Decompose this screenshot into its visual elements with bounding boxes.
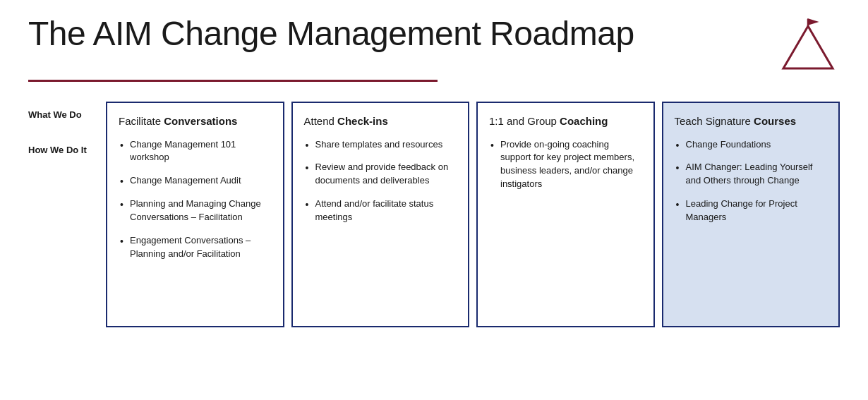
card-checkins: Attend Check-ins Share templates and res… [291,102,470,327]
what-we-do-label: What We Do [28,109,106,121]
card-coaching-title: 1:1 and Group Coaching [489,114,642,128]
list-item: Provide on-going coaching support for ke… [489,138,642,191]
card-conversations-title: Facilitate Conversations [119,114,272,128]
page-title: The AIM Change Management Roadmap [28,14,634,53]
card-coaching: 1:1 and Group Coaching Provide on-going … [476,102,655,327]
list-item: Attend and/or facilitate status meetings [304,198,457,224]
list-item: Change Management 101 workshop [119,138,272,165]
title-divider [28,80,438,82]
list-item: Change Foundations [675,138,828,152]
list-item: Review and provide feedback on documents… [304,161,457,188]
content-area: What We Do How We Do It Facilitate Conve… [28,102,840,327]
card-checkins-list: Share templates and resources Review and… [304,138,457,224]
header: The AIM Change Management Roadmap [28,14,840,74]
list-item: Engagement Conversations – Planning and/… [119,234,272,261]
card-conversations: Facilitate Conversations Change Manageme… [106,102,284,327]
how-we-do-it-label: How We Do It [28,144,106,157]
card-courses: Teach Signature Courses Change Foundatio… [662,102,840,327]
card-conversations-list: Change Management 101 workshop Change Ma… [119,138,272,261]
page: The AIM Change Management Roadmap What W… [0,0,868,400]
svg-marker-2 [808,19,817,25]
card-checkins-title: Attend Check-ins [304,114,457,128]
row-labels: What We Do How We Do It [28,102,106,157]
card-courses-title: Teach Signature Courses [675,114,828,128]
list-item: Leading Change for Project Managers [675,198,828,224]
list-item: Change Management Audit [119,174,272,188]
list-item: Share templates and resources [304,138,457,152]
card-courses-list: Change Foundations AIM Changer: Leading … [675,138,828,224]
list-item: AIM Changer: Leading Yourself and Others… [675,161,828,188]
mountain-icon [776,18,840,74]
svg-marker-0 [783,26,833,68]
list-item: Planning and Managing Change Conversatio… [119,198,272,224]
card-coaching-list: Provide on-going coaching support for ke… [489,138,642,191]
cards-container: Facilitate Conversations Change Manageme… [106,102,840,327]
